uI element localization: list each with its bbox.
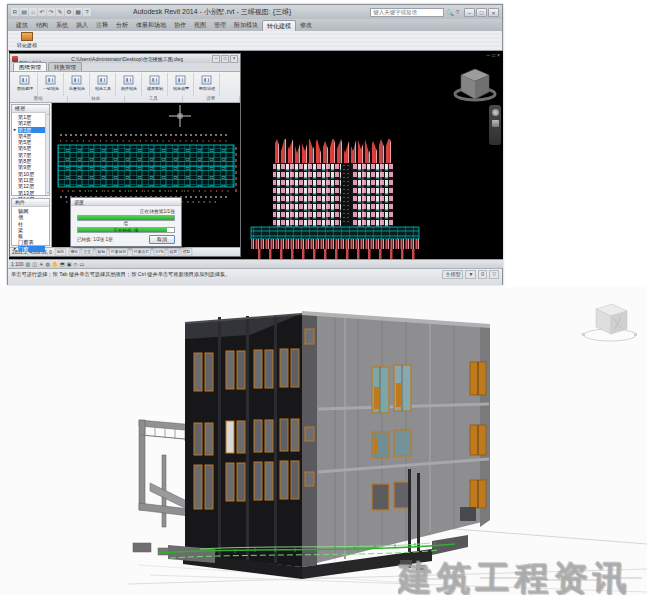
window-control-button[interactable]: × (488, 8, 499, 17)
ribbon-tab[interactable]: 管理 (210, 20, 230, 31)
plugin-window-button[interactable]: – (212, 55, 220, 63)
ribbon-tab[interactable]: 附加模块 (230, 20, 262, 31)
building-model (0, 287, 647, 595)
window-control-button[interactable]: □ (476, 8, 487, 17)
help-icon[interactable]: ? (456, 9, 459, 15)
revit-3d-viewport[interactable]: ─□× (9, 51, 503, 259)
view-control-icon[interactable]: ◇ (74, 260, 78, 268)
plugin-ribbon-button[interactable]: 图纸整理 (12, 73, 38, 96)
plugin-ribbon-button[interactable]: 楼层复制 (142, 73, 168, 96)
view-control-icon[interactable]: ◍ (45, 260, 49, 268)
qat-icon[interactable]: ▦ (74, 8, 82, 16)
building-3d-view[interactable]: 建筑工程资讯 (0, 287, 647, 595)
view-control-icon[interactable]: ▥ (26, 260, 31, 268)
plugin-ribbon-button[interactable]: 一键转换 (38, 73, 64, 96)
view-control-icon[interactable]: ◫ (32, 260, 37, 268)
status-toggle[interactable]: 栅格 (68, 249, 79, 256)
tool-icon (202, 76, 212, 85)
status-right-item[interactable]: ▼ (465, 270, 476, 279)
floors-list: 楼层 第1层第2层第3层第4层第5层第6层第7层第8层第9层第10层第11层第1… (11, 104, 50, 196)
qat-icon[interactable]: ✎ (56, 8, 64, 16)
member-item[interactable]: 门窗 (18, 246, 45, 252)
status-right-item[interactable]: ▽ (489, 270, 499, 279)
plugin-title: C:\Users\Administrator\Desktop\住宅楼施工图.dw… (71, 56, 183, 62)
qat-icon[interactable]: ↷ (47, 8, 55, 16)
ribbon-tab[interactable]: 分析 (112, 20, 132, 31)
ribbon-tab[interactable]: 视图 (190, 20, 210, 31)
ribbon-tab[interactable]: 协作 (170, 20, 190, 31)
window-title: Autodesk Revit 2014 - 小别墅.rvt - 三维视图: {三… (133, 7, 291, 17)
search-input[interactable] (370, 8, 444, 17)
view-window-button[interactable]: □ (492, 52, 495, 58)
status-toggle[interactable]: 对象追踪 (132, 249, 151, 256)
view-control-icon[interactable]: ▭ (79, 260, 84, 268)
screenshot-root: R▤⌂↶↷✎⚙▦? Autodesk Revit 2014 - 小别墅.rvt … (0, 0, 647, 595)
tool-icon (20, 76, 30, 85)
status-right-item[interactable]: 0 (478, 270, 487, 279)
status-toggle[interactable]: 捕捉 (55, 249, 66, 256)
window-control-button[interactable]: – (464, 8, 475, 17)
plugin-tab[interactable]: 图纸管理 (13, 62, 47, 71)
ribbon-group-label: 设置 (183, 96, 241, 102)
qat-icon[interactable]: ⚙ (65, 8, 73, 16)
ribbon-tab[interactable]: 系统 (52, 20, 72, 31)
status-toggle[interactable]: 正交 (82, 249, 93, 256)
ribbon-group-label: 图纸 (10, 96, 68, 102)
cad-converter-window: ▦▤⎌↶↷✎ C:\Users\Administrator\Desktop\住宅… (9, 53, 241, 257)
qat-icon[interactable]: ⌂ (29, 8, 37, 16)
ribbon-tab[interactable]: 结构 (32, 20, 52, 31)
ribbon-tab[interactable]: 修改 (296, 20, 316, 31)
qat-icon[interactable]: ? (83, 8, 91, 16)
status-toggle[interactable]: 极轴 (95, 249, 106, 256)
status-right-item[interactable]: 主模型 (442, 270, 463, 279)
search-icon[interactable]: 🔍 (446, 9, 454, 16)
view-control-icon[interactable]: ✋ (52, 260, 58, 268)
plugin-ribbon-button[interactable]: 构件转换 (116, 73, 142, 96)
tool-icon (98, 76, 108, 85)
members-list: 构件 轴网墙柱梁板门窗表门窗 (11, 198, 50, 246)
view-control-icon[interactable]: ☀ (39, 260, 43, 268)
plugin-ribbon-button[interactable]: 批量转换 (64, 73, 90, 96)
window-controls: –□× (464, 8, 499, 17)
status-toggle[interactable]: 对象捕捉 (109, 249, 128, 256)
view-window-button[interactable]: × (497, 52, 500, 58)
plugin-ribbon-button[interactable]: 帮助说明 (194, 73, 220, 96)
model-3d-pink-building[interactable] (245, 131, 425, 259)
status-toggle[interactable]: 模型 (181, 249, 192, 256)
ribbon-tab[interactable]: 插入 (72, 20, 92, 31)
progress-bar-2: 正在转换: 墙 (77, 227, 175, 233)
view-window-button[interactable]: ─ (487, 52, 491, 58)
ribbon-tab[interactable]: 注释 (92, 20, 112, 31)
plugin-ribbon-button[interactable]: 转换设置 (168, 73, 194, 96)
view-control-icon[interactable]: ▣ (67, 260, 72, 268)
revit-statusbar: 单击可进行选择；按 Tab 键并单击可选择其他项目；按 Ctrl 键并单击可将新… (8, 268, 502, 285)
plugin-tab[interactable]: 转换管理 (48, 62, 82, 71)
view-window-controls: ─□× (487, 52, 501, 58)
view-control-icon[interactable]: ⬒ (60, 260, 65, 268)
qat-icon[interactable]: ↶ (38, 8, 46, 16)
plugin-ribbon-button[interactable]: 转换工具 (90, 73, 116, 96)
zoom-icon[interactable] (492, 120, 499, 127)
plugin-side-panel: 楼层 第1层第2层第3层第4层第5层第6层第7层第8层第9层第10层第11层第1… (10, 103, 52, 247)
ribbon-tab[interactable]: 转化建模 (262, 20, 296, 31)
plugin-ribbon: 图纸整理 一键转换 批量转换 转换工具 构件转换 (10, 72, 240, 103)
steering-wheel-icon[interactable] (492, 109, 499, 116)
plugin-window-button[interactable]: □ (221, 55, 229, 63)
ribbon-group-label: 转换 (68, 96, 126, 102)
cancel-button[interactable]: 取消 (149, 235, 175, 244)
ribbon-big-button[interactable]: 转化建模 (14, 32, 40, 50)
ribbon-tab[interactable]: 建筑 (12, 20, 32, 31)
viewcube[interactable] (451, 61, 499, 107)
navigation-bar[interactable] (489, 105, 501, 145)
status-toggle[interactable]: 线宽 (167, 249, 178, 256)
qat-icon[interactable]: R (11, 8, 19, 16)
plugin-window-controls: –□× (212, 55, 238, 63)
status-toggle[interactable]: DYN (153, 249, 165, 256)
plugin-window-button[interactable]: × (230, 55, 238, 63)
convert-model-icon (21, 32, 33, 41)
view-control-icon[interactable]: 1:100 (11, 260, 24, 268)
cad-canvas[interactable]: 进度 正在转换第1/1张 墙 正在转换: 墙 已转换: 1/2张 1层 取消 (52, 103, 240, 247)
ribbon-tab[interactable]: 体量和场地 (132, 20, 170, 31)
floors-scrollbar[interactable] (45, 112, 49, 195)
qat-icon[interactable]: ▤ (20, 8, 28, 16)
